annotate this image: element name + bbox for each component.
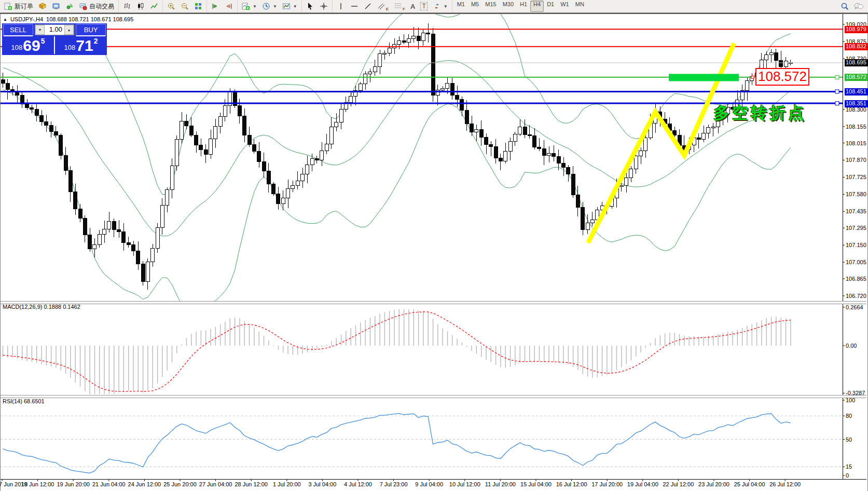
panel-splitter[interactable] bbox=[1, 301, 866, 304]
time-axis-label: 4 Jul 12:00 bbox=[344, 481, 372, 487]
buy-price-big: 71 bbox=[76, 38, 93, 53]
volume-field[interactable]: 1.00 bbox=[45, 25, 64, 35]
chevron-down-icon: ▼ bbox=[293, 4, 297, 9]
chevron-down-icon: ▼ bbox=[273, 4, 277, 9]
channel-glyph: E bbox=[386, 7, 389, 11]
price-level-label: 108.695 bbox=[845, 59, 868, 66]
bollinger-band-line bbox=[3, 61, 791, 236]
timeframe-button-h1[interactable]: H1 bbox=[517, 1, 530, 12]
auto-trading-icon bbox=[79, 2, 87, 10]
auto-trading-button[interactable]: 自动交易 bbox=[76, 1, 117, 12]
trendline-button[interactable] bbox=[361, 1, 375, 12]
channel-button[interactable]: E bbox=[375, 1, 391, 12]
price-callout-box[interactable]: 108.572 bbox=[755, 68, 809, 86]
timeframe-button-m30[interactable]: M30 bbox=[500, 1, 517, 12]
bar-chart-button[interactable] bbox=[120, 1, 134, 12]
macd-tick-label: -0.3287 bbox=[846, 390, 865, 396]
toolbar-group-zoom bbox=[162, 0, 206, 12]
tile-windows-icon bbox=[194, 2, 202, 10]
zoom-in-button[interactable] bbox=[164, 1, 178, 12]
sell-button[interactable]: SELL bbox=[3, 24, 33, 36]
crosshair-icon bbox=[320, 2, 328, 10]
bollinger-band-line bbox=[3, 89, 791, 309]
symbol-period-label: USDJPY-,H4 bbox=[10, 16, 43, 22]
rsi-tick-label: 100 bbox=[846, 397, 855, 403]
market-depth-button[interactable] bbox=[36, 1, 49, 12]
auto-scroll-button[interactable] bbox=[209, 1, 222, 12]
new-order-button[interactable]: 新订单 bbox=[2, 1, 36, 12]
arrows-button[interactable]: ▼ bbox=[430, 1, 450, 12]
price-level-label: 108.979 bbox=[845, 26, 868, 33]
timeframe-button-m15[interactable]: M15 bbox=[482, 1, 499, 12]
price-tick-label: 107.295 bbox=[846, 225, 866, 231]
timeframe-button-m1[interactable]: M1 bbox=[454, 1, 468, 12]
indicators-icon bbox=[242, 2, 250, 10]
templates-button[interactable]: ▼ bbox=[280, 1, 300, 12]
candlestick-chart-button[interactable] bbox=[134, 1, 147, 12]
cursor-button[interactable] bbox=[304, 1, 317, 12]
text-label-button[interactable]: T bbox=[418, 1, 430, 12]
zoom-out-button[interactable] bbox=[178, 1, 191, 12]
timeframe-button-m5[interactable]: M5 bbox=[468, 1, 482, 12]
time-axis-label: 16 Jul 12:00 bbox=[556, 481, 587, 487]
price-level-label: 108.451 bbox=[845, 88, 868, 96]
buy-price-sup: 2 bbox=[94, 37, 98, 45]
time-axis-label: 22 Jul 12:00 bbox=[663, 481, 694, 487]
buy-button[interactable]: BUY bbox=[76, 24, 106, 36]
text-button[interactable]: A bbox=[408, 1, 418, 12]
zoom-in-icon bbox=[167, 2, 175, 10]
signals-button[interactable] bbox=[63, 1, 76, 12]
toolbar-group-cursor bbox=[301, 0, 332, 12]
volume-decrease-button[interactable]: ▼ bbox=[35, 25, 45, 35]
text-anchor-handle bbox=[751, 76, 754, 78]
toolbar-right bbox=[841, 0, 864, 12]
main-chart-panel bbox=[1, 14, 843, 309]
time-axis-label: 25 Jul 04:00 bbox=[734, 481, 765, 487]
mt4-window: 新订单 自动交易 bbox=[0, 0, 868, 491]
timeframe-button-d1[interactable]: D1 bbox=[544, 1, 557, 12]
toolbar-group-insert: ▼ ▼ ▼ bbox=[237, 0, 301, 12]
turning-point-annotation[interactable]: 多空转折点 bbox=[713, 102, 807, 124]
price-tick-label: 108.015 bbox=[846, 140, 866, 146]
line-handle bbox=[835, 75, 839, 79]
timeframe-button-w1[interactable]: W1 bbox=[557, 1, 572, 12]
vertical-line-button[interactable] bbox=[334, 1, 348, 12]
clock-icon bbox=[262, 2, 270, 10]
time-axis-label: 19 Jun 20:00 bbox=[57, 481, 90, 487]
fibonacci-button[interactable]: F bbox=[391, 1, 408, 12]
time-axis-label: 23 Jul 20:00 bbox=[698, 481, 729, 487]
price-tick-label: 107.870 bbox=[846, 157, 866, 163]
toolbar: 新订单 自动交易 bbox=[0, 0, 868, 13]
chat-icon[interactable] bbox=[853, 2, 864, 10]
timeframe-button-h4[interactable]: H4 bbox=[530, 1, 544, 12]
chart-canvas[interactable] bbox=[1, 14, 867, 490]
rsi-value: 68.6501 bbox=[24, 398, 45, 404]
sell-price[interactable]: 108 69 5 bbox=[2, 36, 55, 54]
fibonacci-icon bbox=[394, 2, 402, 10]
crosshair-button[interactable] bbox=[317, 1, 330, 12]
buy-price[interactable]: 108 71 2 bbox=[55, 36, 107, 54]
volume-increase-button[interactable]: ▲ bbox=[64, 25, 74, 35]
rsi-tick-label: 50 bbox=[846, 437, 852, 443]
timeframe-button-mn[interactable]: MN bbox=[572, 1, 587, 12]
price-tick-label: 107.580 bbox=[846, 191, 866, 197]
macd-panel bbox=[3, 309, 791, 394]
periods-button[interactable]: ▼ bbox=[259, 1, 280, 12]
rsi-header: RSI(14) 68.6501 bbox=[3, 398, 45, 404]
bar-chart-icon bbox=[123, 2, 131, 10]
time-axis-label: 1 Jul 20:00 bbox=[273, 481, 301, 487]
signals-icon bbox=[65, 2, 74, 10]
horizontal-line-button[interactable] bbox=[348, 1, 361, 12]
panel-splitter[interactable] bbox=[1, 395, 866, 398]
chart-shift-button[interactable] bbox=[222, 1, 236, 12]
trade-panel-top-row: SELL ▼ 1.00 ▲ BUY bbox=[2, 23, 107, 36]
one-click-collapse-icon[interactable]: ▲ bbox=[3, 17, 7, 22]
price-tick-label: 107.150 bbox=[846, 242, 866, 248]
terminal-button[interactable] bbox=[49, 1, 63, 12]
indicators-button[interactable]: ▼ bbox=[239, 1, 259, 12]
tile-windows-button[interactable] bbox=[191, 1, 205, 12]
line-chart-button[interactable] bbox=[147, 1, 161, 12]
search-icon[interactable] bbox=[841, 2, 849, 11]
support-highlight-zone bbox=[669, 74, 739, 81]
arrows-icon bbox=[433, 2, 441, 10]
